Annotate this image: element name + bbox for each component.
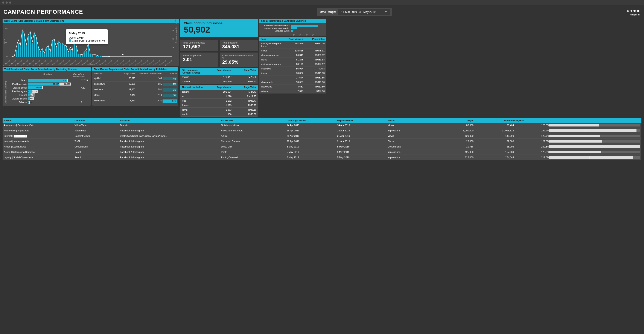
svg-text:4 Apr 2019: 4 Apr 2019	[52, 60, 58, 66]
svg-text:Users: Users	[3, 39, 5, 44]
svg-rect-68	[128, 57, 129, 57]
channel-row[interactable]: Taboola4632	[7, 101, 88, 104]
publisher-panel: Total iFrame Pageviews & Claim Form Subm…	[92, 67, 178, 106]
campaign-row[interactable]: Awareness | Impact AdsAwarenessFacebook …	[2, 128, 642, 133]
svg-rect-90	[172, 57, 173, 57]
campaign-table: PhaseObjectivePlatformAd FormatCampaign …	[2, 118, 642, 160]
channel-row[interactable]: Paid Instagram8,6623,057	[7, 90, 88, 93]
table-row[interactable]: fashion806RM8.39	[180, 112, 258, 117]
svg-rect-44	[80, 55, 81, 57]
channel-row[interactable]: Organic Search2,683857	[7, 97, 88, 100]
social-bar: Whatsapp Share Button Click	[261, 25, 325, 27]
svg-rect-56	[104, 57, 105, 57]
channel-row[interactable]: Direct121,87812,328	[7, 79, 88, 82]
svg-rect-35	[62, 43, 63, 57]
svg-rect-61	[114, 57, 115, 57]
campaign-row[interactable]: Interest | Immersive AdsTrafficFacebook …	[2, 139, 642, 144]
table-row[interactable]: /howtoplay3,652RM10.89	[260, 84, 326, 89]
svg-rect-89	[170, 57, 171, 57]
table-row[interactable]: food1,172RM8.77	[180, 99, 258, 103]
date-range-label: Date Range:	[320, 10, 336, 13]
publisher-row[interactable]: tantannews26,1285862%	[92, 82, 178, 87]
campaign-row[interactable]: Interest | ████████Content ViewsViral Ch…	[2, 133, 642, 139]
panel-menu-icon[interactable]: ⋮	[174, 19, 177, 22]
table-row[interactable]: tech1,226RM11.25	[180, 94, 258, 99]
svg-rect-58	[108, 57, 109, 57]
svg-rect-33	[58, 42, 59, 57]
table-row[interactable]: english476,947RM28.88	[180, 75, 258, 79]
table-row[interactable]: /discovernumbers66,341RM30.92	[260, 53, 326, 57]
svg-rect-70	[132, 57, 133, 57]
campaign-row[interactable]: Action | Lead/Link AdConversionsFacebook…	[2, 144, 642, 150]
svg-rect-60	[112, 57, 113, 57]
publisher-row[interactable]: cilisos4,4401193%	[92, 93, 178, 98]
table-row[interactable]: /claimyourfreegame60,176RM27.17	[260, 62, 326, 66]
kpi-card: Sessions per User2.01	[180, 52, 218, 67]
svg-rect-65	[122, 57, 123, 57]
svg-rect-62	[116, 57, 117, 57]
svg-rect-24	[40, 51, 41, 57]
channel-row[interactable]: Referral4,7951,409	[7, 93, 88, 96]
svg-rect-19	[30, 32, 31, 57]
date-range-picker[interactable]: Date Range: 11 Mar 2019 - 31 May 2019 ▾	[317, 8, 392, 16]
traffic-light-min[interactable]	[6, 1, 8, 4]
table-row[interactable]: /index30,832RM11.93	[260, 71, 326, 75]
table-row[interactable]: chinese151,469RM7.43	[180, 79, 258, 84]
publisher-row[interactable]: worldofbuzz3,5601,43140%	[92, 98, 178, 104]
svg-rect-76	[144, 57, 145, 57]
svg-text:5K: 5K	[5, 42, 8, 44]
svg-rect-12	[16, 50, 17, 57]
svg-rect-16	[24, 34, 25, 57]
kpi-card: Claim Form Submission Rate %29.65%	[220, 52, 258, 67]
table-row[interactable]: travel1,073RM8.16	[180, 108, 258, 112]
publisher-row[interactable]: viralcham19,2331,5818%	[92, 87, 178, 93]
page-title: CAMPAIGN PERFORMANCE	[4, 8, 83, 15]
campaign-row[interactable]: Loyalty | Social Content AdsReachFaceboo…	[2, 155, 642, 160]
svg-text:Claim Form Submissions: Claim Form Submissions	[175, 23, 177, 44]
table-row[interactable]: /claimyourfreegame-iframe191,825RM11.26	[260, 41, 326, 48]
svg-rect-71	[134, 57, 135, 57]
svg-rect-49	[90, 54, 91, 57]
table-row[interactable]: /ticket116,518RM48.91	[260, 48, 326, 53]
table-row[interactable]: /thankyou56,924RM5.8	[260, 66, 326, 71]
svg-rect-77	[146, 57, 147, 57]
svg-rect-14	[20, 46, 21, 57]
svg-rect-88	[168, 57, 169, 57]
svg-rect-51	[94, 57, 95, 57]
claim-metric: Claim Form Submissions 50,902	[180, 19, 258, 37]
svg-rect-39	[70, 49, 71, 57]
kpi-card: Total Sessions345,081	[220, 40, 258, 51]
svg-rect-20	[32, 43, 33, 57]
svg-rect-13	[18, 43, 19, 57]
svg-rect-74	[140, 57, 141, 57]
svg-text:10K: 10K	[4, 27, 8, 29]
table-row[interactable]: /prizes2,618RM7.96	[260, 89, 326, 93]
svg-rect-36	[64, 45, 65, 57]
kpi-card: Total Users (devices)171,652	[180, 40, 218, 51]
svg-rect-42	[76, 48, 77, 57]
svg-rect-38	[68, 52, 69, 57]
svg-rect-78	[148, 57, 149, 57]
brand-logo: creme digital	[626, 8, 640, 16]
svg-rect-86	[164, 57, 165, 57]
channel-row[interactable]: Paid Facebook97,48722,960	[7, 83, 88, 86]
traffic-light-max[interactable]	[9, 1, 11, 4]
publisher-row[interactable]: rojaklah28,6251,1434%	[92, 76, 178, 82]
campaign-row[interactable]: Action | Retargeting/ReminderReachFacebo…	[2, 150, 642, 155]
table-row[interactable]: /home61,248RM33.68	[260, 57, 326, 62]
window-titlebar	[0, 0, 644, 5]
svg-rect-22	[36, 38, 37, 57]
svg-rect-84	[160, 57, 161, 57]
svg-rect-80	[152, 57, 153, 57]
table-row[interactable]: /drawresults10,638RM19.96	[260, 80, 326, 84]
svg-rect-50	[92, 55, 93, 57]
channel-row[interactable]: Organic Social43,6004,817	[7, 86, 88, 89]
svg-rect-15	[22, 31, 23, 57]
table-row[interactable]: generic601,694RM24.43	[180, 90, 258, 94]
table-row[interactable]: fitness1,099RM8.27	[180, 103, 258, 108]
campaign-row[interactable]: Awareness | Outstream VideoVideo ViewsTa…	[2, 123, 642, 128]
traffic-light-close[interactable]	[2, 1, 4, 4]
table-row[interactable]: /27,644RM31.85	[260, 75, 326, 80]
svg-text:1: 1	[173, 55, 174, 58]
svg-rect-40	[72, 51, 73, 57]
